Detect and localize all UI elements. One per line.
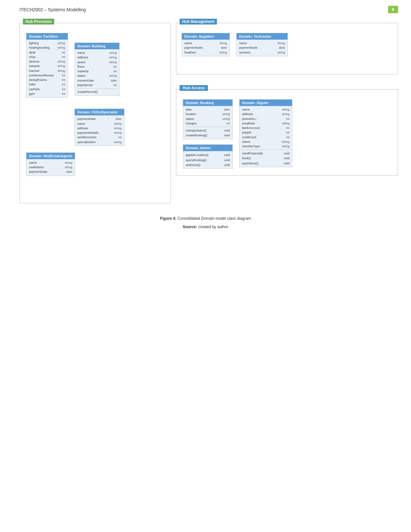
attr-row: floorsint	[77, 64, 117, 69]
building-container: Domain: Building namestring addressstrin…	[74, 43, 124, 146]
method-row: authorize()void	[186, 162, 230, 167]
realestate-body: namestring usefulnessstring paymentDated…	[26, 159, 75, 176]
hub-access-label: Hub Access	[180, 85, 208, 91]
fitout-header: Domain: FitOutSpecialist	[75, 109, 124, 115]
domain-building: Domain: Building namestring addressstrin…	[74, 43, 120, 96]
method-row: sendProposal()void	[242, 151, 289, 156]
attr-row: namestring	[184, 41, 227, 45]
attr-row: paymentDatedate	[77, 117, 122, 121]
suppliers-body: namestring paymentDatedate foodDesstring	[182, 40, 230, 56]
hub-access-section: Hub Access Domain: Booking datedate loca…	[176, 89, 398, 176]
domain-gigster: Domain: Gigster namestring addressstring…	[239, 99, 292, 167]
page-header: ITECH2002 – Systems Modelling 8	[0, 0, 411, 16]
admin-header: Domain: Admin	[183, 145, 232, 151]
attr-row: namestring	[77, 121, 122, 126]
attr-row: paymentDatedate	[239, 45, 285, 50]
attr-row: workforceSizeint	[77, 135, 122, 140]
attr-row: namestring	[239, 41, 285, 45]
facilities-body: lightingstring heating/coolingstring des…	[26, 40, 68, 97]
divider	[77, 88, 117, 89]
attr-row: moveInDatedate	[77, 78, 117, 83]
attr-row: paymentDetailsstring	[77, 131, 122, 135]
page-title: ITECH2002 – Systems Modelling	[19, 7, 86, 12]
figure-caption-text: Consolidated Domain model class diagram	[177, 216, 251, 221]
method-row: queryBooking()void	[186, 158, 230, 162]
attr-row: chairint	[29, 55, 65, 59]
domain-technician: Domain: Technician namestring paymentDat…	[236, 33, 288, 56]
method-row: createBooking()void	[186, 133, 230, 138]
figure-caption: Figure 4: Consolidated Domain model clas…	[19, 216, 392, 221]
gigster-body: namestring addressstring phoneNo.rint em…	[240, 106, 292, 167]
attr-row: namestring	[77, 51, 117, 55]
attr-row: bankAccountint	[242, 126, 289, 130]
domain-realestate: Domain: RealEstateAgents namestring usef…	[26, 152, 75, 176]
attr-row: devicesstring	[29, 59, 65, 64]
technician-header: Domain: Technician	[237, 33, 288, 40]
technician-body: namestring paymentDatedate servicesstrin…	[237, 40, 288, 56]
hub-access-content: Domain: Booking datedate locationstring …	[183, 99, 391, 169]
attr-row: payIntervalint	[77, 83, 117, 87]
attr-row: gymint	[29, 92, 65, 96]
booking-body: datedate locationstring statusstring cha…	[183, 106, 232, 139]
hub-management-section: Hub Management Domain: Suppliers namestr…	[176, 23, 398, 74]
domain-suppliers: Domain: Suppliers namestring paymentDate…	[181, 33, 230, 56]
attr-row: diningRoomsint	[29, 78, 65, 82]
source-bold-label: Source:	[183, 225, 197, 229]
attr-row: chargesint	[186, 121, 230, 126]
attr-row: internetstring	[29, 69, 65, 73]
attr-row: paymentDatedate	[29, 169, 72, 174]
figure-caption-block: Figure 4: Consolidated Domain model clas…	[0, 216, 411, 229]
source-caption: Source: created by author	[19, 225, 392, 229]
main-diagram: Hub Provision Domian: Facilities lightin…	[19, 23, 398, 203]
attr-row: paypalint	[242, 130, 289, 135]
attr-row: paymentDatedate	[184, 45, 227, 50]
hub-management-label: Hub Management	[180, 19, 217, 24]
domain-admin: Domain: Admin gigsterLocation()void quer…	[183, 144, 233, 169]
booking-header: Domain: Booking	[183, 100, 232, 106]
hub-mgmt-content: Domain: Suppliers namestring paymentDate…	[181, 33, 393, 56]
attr-row: deskint	[29, 50, 65, 55]
attr-row: spacestring	[77, 60, 117, 64]
method-row: book()void	[242, 156, 289, 160]
booking-admin-col: Domain: Booking datedate locationstring …	[183, 99, 233, 169]
page-number: 8	[388, 6, 398, 13]
admin-body: gigsterLocation()void queryBooking()void…	[183, 151, 232, 169]
method-row: payHistory()void	[242, 161, 289, 166]
realestate-header: Domain: RealEstateAgents	[26, 153, 75, 159]
attr-row: networkstring	[29, 64, 65, 68]
figure-bold-label: Figure 4:	[160, 216, 176, 221]
right-column: Hub Management Domain: Suppliers namestr…	[176, 23, 398, 203]
fitout-body: paymentDatedate namestring addressstring…	[75, 115, 124, 146]
attr-row: phoneNo.rint	[242, 117, 289, 121]
attr-row: namestring	[242, 107, 289, 112]
building-header: Domain: Building	[75, 43, 119, 49]
attr-row: addressstring	[77, 55, 117, 60]
divider	[242, 150, 289, 150]
facilities-header: Domian: Facilities	[26, 33, 68, 40]
diagram-wrapper: Hub Provision Domian: Facilities lightin…	[0, 16, 411, 210]
attr-row: foodDesstring	[184, 50, 227, 55]
attr-row: servicesstring	[239, 50, 285, 55]
suppliers-header: Domain: Suppliers	[182, 33, 230, 40]
method-row: createRecord()	[77, 90, 117, 94]
attr-row: locationstring	[186, 112, 230, 116]
attr-row: lightingstring	[29, 41, 65, 45]
attr-row: usefulnessstring	[29, 165, 72, 169]
method-row: changeStatus()void	[186, 128, 230, 133]
attr-row: emailNotistring	[242, 121, 289, 126]
building-body: namestring addressstring spacestring flo…	[75, 49, 119, 95]
attr-row: datedate	[186, 107, 230, 112]
attr-row: creditCardint	[242, 135, 289, 140]
left-bottom: Domain: RealEstateAgents namestring usef…	[26, 152, 164, 176]
attr-row: statusstring	[77, 73, 117, 78]
method-row: gigsterLocation()void	[186, 152, 230, 157]
domain-facilities: Domian: Facilities lightingstring heatin…	[26, 33, 68, 98]
domain-fitout: Domain: FitOutSpecialist paymentDatedate…	[74, 109, 124, 146]
divider	[186, 127, 230, 127]
attr-row: addressstring	[77, 126, 122, 131]
hub-provision-label: Hub Provision	[23, 19, 54, 24]
attr-row: addressstring	[242, 112, 289, 116]
attr-row: carParkint	[29, 87, 65, 92]
attr-row: statusstring	[186, 117, 230, 121]
attr-row: statusstring	[242, 140, 289, 144]
